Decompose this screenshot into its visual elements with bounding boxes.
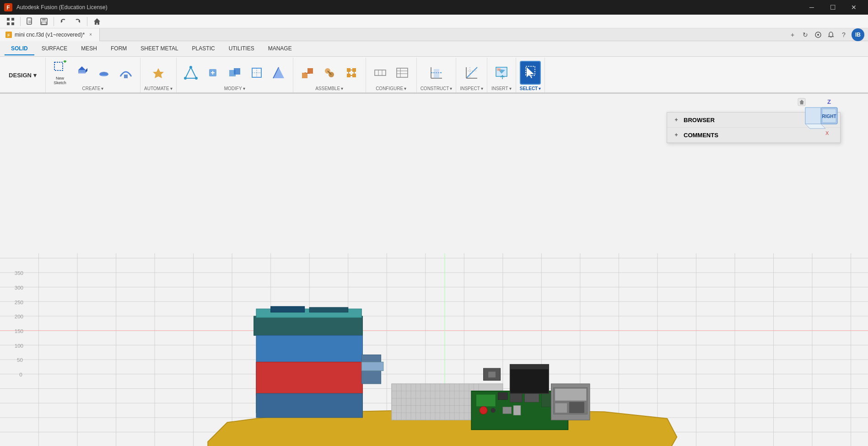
tab-manage[interactable]: MANAGE [262, 43, 298, 55]
assemble-icon-1 [300, 65, 315, 80]
minimize-button[interactable]: ─ [801, 0, 822, 15]
assemble-arrow[interactable]: ▾ [341, 86, 343, 91]
svg-point-33 [184, 77, 187, 80]
user-avatar[interactable]: IB [852, 28, 864, 41]
svg-point-163 [491, 408, 496, 413]
svg-text:100: 100 [15, 343, 23, 349]
design-dropdown[interactable]: DESIGN ▾ [0, 58, 46, 92]
svg-rect-29 [124, 75, 128, 78]
inspect-btn-1[interactable] [461, 61, 482, 85]
doc-tab-title: mini cnc.f3d (v1~recovered)* [15, 32, 85, 38]
tab-form[interactable]: FORM [104, 43, 133, 55]
close-button[interactable]: ✕ [843, 0, 864, 15]
svg-text:RIGHT: RIGHT [822, 114, 836, 119]
action-bar [0, 15, 868, 28]
svg-marker-30 [185, 67, 196, 78]
construct-btn-1[interactable] [426, 61, 447, 85]
view-cube[interactable]: Z X RIGHT [797, 97, 838, 139]
redo-button[interactable] [71, 16, 83, 27]
modify-btn-2[interactable] [202, 61, 223, 85]
viewport[interactable]: 350 300 250 200 150 100 50 0 [0, 94, 868, 446]
svg-rect-57 [397, 68, 408, 77]
new-sketch-button[interactable]: NewSketch [49, 61, 70, 85]
modify-icon-5 [271, 65, 286, 80]
configure-btn-2[interactable] [392, 61, 413, 85]
svg-rect-71 [497, 68, 501, 71]
ribbon-group-create: NewSketch . [46, 58, 140, 92]
svg-rect-23 [78, 70, 86, 73]
doc-tab-active[interactable]: F mini cnc.f3d (v1~recovered)* × [0, 28, 100, 41]
add-tab-button[interactable]: + [787, 30, 798, 40]
modify-btn-1[interactable] [180, 61, 201, 85]
construct-arrow[interactable]: ▾ [450, 86, 452, 91]
modify-arrow[interactable]: ▾ [243, 86, 245, 91]
maximize-button[interactable]: ☐ [822, 0, 843, 15]
tab-solid[interactable]: SOLID [5, 43, 34, 55]
modify-icon-2 [205, 65, 220, 80]
svg-text:50: 50 [17, 357, 23, 363]
configure-arrow[interactable]: ▾ [404, 86, 406, 91]
svg-rect-124 [254, 316, 363, 335]
modify-btn-5[interactable] [268, 61, 289, 85]
svg-point-162 [480, 407, 487, 414]
assemble-btn-1[interactable] [297, 61, 318, 85]
svg-rect-5 [11, 22, 14, 25]
svg-rect-2 [7, 18, 10, 21]
construct-label: CONSTRUCT ▾ [421, 86, 453, 92]
window-controls: ─ ☐ ✕ [801, 0, 864, 15]
comments-expand-icon: + [673, 131, 680, 139]
create-tools: NewSketch . [49, 59, 136, 86]
revolve-button[interactable] [93, 61, 114, 85]
svg-marker-38 [273, 67, 284, 78]
inspect-text: INSPECT [460, 86, 480, 91]
extrude-icon [75, 63, 89, 77]
doc-tab-controls: + ↻ ? IB [784, 28, 868, 41]
svg-rect-4 [7, 22, 10, 25]
insert-tools [491, 59, 512, 86]
modify-icon-1 [183, 65, 198, 80]
configure-btn-1[interactable] [370, 61, 391, 85]
assemble-btn-3[interactable] [341, 61, 362, 85]
svg-rect-46 [347, 68, 350, 72]
modify-btn-4[interactable] [246, 61, 267, 85]
sweep-icon [119, 65, 133, 80]
inspect-arrow[interactable]: ▾ [481, 86, 483, 91]
history-button[interactable] [813, 30, 823, 40]
ribbon: DESIGN ▾ NewSketch [0, 57, 868, 93]
help-button[interactable]: ? [839, 30, 849, 40]
tab-surface[interactable]: SURFACE [35, 43, 74, 55]
notification-button[interactable] [826, 30, 836, 40]
assemble-btn-2[interactable] [319, 61, 340, 85]
ribbon-group-construct: CONSTRUCT ▾ [417, 58, 457, 92]
extrude-button[interactable]: . [71, 61, 92, 85]
svg-text:0: 0 [19, 371, 22, 377]
modify-icon-4 [249, 65, 264, 80]
tab-sheet-metal[interactable]: SHEET METAL [134, 43, 184, 55]
sweep-button[interactable] [115, 61, 136, 85]
tab-mesh[interactable]: MESH [75, 43, 103, 55]
automate-button[interactable] [148, 61, 169, 85]
svg-rect-172 [555, 403, 567, 413]
svg-marker-25 [86, 68, 87, 73]
comments-label: COMMENTS [684, 132, 718, 139]
file-button[interactable] [24, 16, 36, 27]
undo-button[interactable] [58, 16, 70, 27]
doc-tab-close[interactable]: × [87, 32, 94, 38]
create-arrow[interactable]: ▾ [101, 86, 103, 91]
insert-arrow[interactable]: ▾ [509, 86, 512, 91]
assemble-icon-3 [344, 65, 359, 80]
save-button[interactable] [38, 16, 50, 27]
apps-button[interactable] [5, 16, 16, 27]
divider-3 [87, 17, 87, 26]
construct-text: CONSTRUCT [421, 86, 449, 91]
tab-utilities[interactable]: UTILITIES [222, 43, 261, 55]
refresh-button[interactable]: ↻ [800, 30, 810, 40]
insert-btn-1[interactable] [491, 61, 512, 85]
home-button[interactable] [91, 16, 103, 27]
tab-plastic[interactable]: PLASTIC [186, 43, 221, 55]
select-btn[interactable] [520, 61, 541, 85]
modify-btn-3[interactable] [224, 61, 245, 85]
automate-arrow[interactable]: ▾ [170, 86, 173, 91]
svg-rect-160 [524, 393, 539, 402]
select-arrow[interactable]: ▾ [539, 86, 541, 91]
